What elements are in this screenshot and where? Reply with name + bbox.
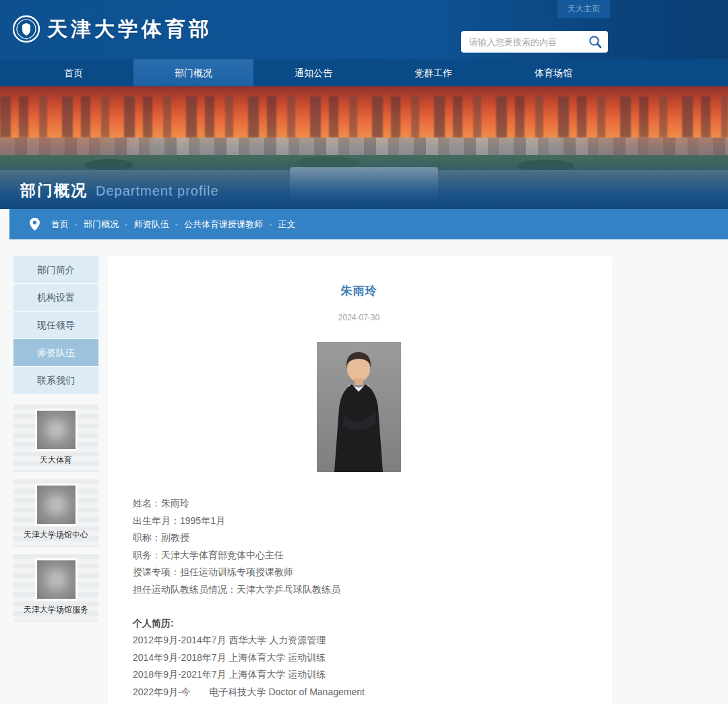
- sidebar-menu: 部门简介 机构设置 现任领导 师资队伍 联系我们: [13, 256, 98, 394]
- crumb-separator: -: [75, 219, 78, 229]
- tju-homepage-link[interactable]: 天大主页: [557, 0, 610, 18]
- sidebar-item-department-intro[interactable]: 部门简介: [13, 256, 98, 284]
- qr-code-image: [37, 486, 75, 524]
- info-line-title: 职称：副教授: [133, 529, 585, 547]
- sidebar-item-organization[interactable]: 机构设置: [13, 284, 98, 312]
- teacher-portrait-photo: [317, 342, 401, 472]
- main-nav: 首页 部门概况 通知公告 党群工作 体育场馆: [0, 59, 728, 86]
- qr-code-image: [37, 411, 75, 449]
- info-line-coaching: 担任运动队教练员情况：天津大学乒乓球队教练员: [133, 581, 585, 599]
- banner-title-en: Department profile: [96, 183, 219, 199]
- sidebar: 部门简介 机构设置 现任领导 师资队伍 联系我们 天大体育 天津大学场馆中心 天…: [13, 256, 98, 622]
- sidebar-qr-list: 天大体育 天津大学场馆中心 天津大学场馆服务: [13, 405, 98, 622]
- resume-line: 2018年9月-2021年7月 上海体育大学 运动训练: [133, 666, 585, 684]
- qr-caption: 天大体育: [13, 454, 98, 466]
- resume-heading: 个人简历:: [133, 614, 585, 632]
- site-header: 天大主页 天津大学体育部: [0, 0, 728, 59]
- nav-item-sports-venues[interactable]: 体育场馆: [493, 59, 613, 86]
- qr-card-tju-sports[interactable]: 天大体育: [13, 405, 98, 472]
- search-icon[interactable]: [588, 34, 603, 49]
- crumb-department-overview[interactable]: 部门概况: [84, 218, 119, 231]
- hero-banner: 部门概况 Department profile: [0, 86, 728, 209]
- breadcrumb: 首页 - 部门概况 - 师资队伍 - 公共体育课授课教师 - 正文: [9, 209, 728, 239]
- qr-code-image: [37, 560, 75, 599]
- qr-card-venue-center[interactable]: 天津大学场馆中心: [13, 479, 98, 547]
- crumb-separator: -: [175, 219, 178, 229]
- content-area: 部门简介 机构设置 现任领导 师资队伍 联系我们 天大体育 天津大学场馆中心 天…: [0, 239, 728, 704]
- resume-line: 2023年3月-今 天津大学体育部任教: [133, 701, 585, 704]
- crumb-separator: -: [269, 219, 272, 229]
- site-logo[interactable]: 天津大学体育部: [12, 15, 212, 43]
- banner-title-cn: 部门概况: [20, 180, 88, 201]
- sidebar-item-current-leaders[interactable]: 现任领导: [13, 312, 98, 339]
- search-input[interactable]: [469, 37, 588, 47]
- location-pin-icon: [30, 218, 40, 231]
- info-line-birth: 出生年月：1995年1月: [133, 512, 585, 530]
- sidebar-item-contact-us[interactable]: 联系我们: [13, 367, 98, 394]
- search-box: [461, 31, 608, 53]
- resume-line: 2022年9月-今 电子科技大学 Doctor of Management: [133, 684, 585, 701]
- qr-card-venue-service[interactable]: 天津大学场馆服务: [13, 554, 98, 622]
- crumb-current-article: 正文: [278, 218, 295, 231]
- resume-line: 2012年9月-2014年7月 西华大学 人力资源管理: [133, 632, 585, 649]
- site-title: 天津大学体育部: [47, 16, 212, 43]
- crumb-home[interactable]: 首页: [51, 218, 69, 231]
- nav-item-home[interactable]: 首页: [13, 59, 133, 86]
- teacher-info-block: 姓名：朱雨玲 出生年月：1995年1月 职称：副教授 职务：天津大学体育部竞体中…: [133, 495, 585, 598]
- article-title: 朱雨玲: [133, 283, 585, 299]
- nav-item-notices[interactable]: 通知公告: [253, 59, 373, 86]
- crumb-faculty[interactable]: 师资队伍: [134, 218, 169, 231]
- info-line-name: 姓名：朱雨玲: [133, 495, 585, 512]
- article-date: 2024-07-30: [133, 313, 585, 322]
- crumb-pe-teachers[interactable]: 公共体育课授课教师: [184, 218, 263, 231]
- banner-caption: 部门概况 Department profile: [20, 180, 219, 201]
- nav-item-party-work[interactable]: 党群工作: [373, 59, 493, 86]
- qr-caption: 天津大学场馆中心: [13, 529, 98, 541]
- info-line-position: 职务：天津大学体育部竞体中心主任: [133, 547, 585, 564]
- info-line-teaching: 授课专项：担任运动训练专项授课教师: [133, 564, 585, 581]
- article-panel: 朱雨玲 2024-07-30 姓名：朱雨玲 出生年月：1995年1月 职称：副教…: [108, 256, 612, 704]
- sidebar-item-faculty[interactable]: 师资队伍: [13, 339, 98, 367]
- qr-caption: 天津大学场馆服务: [13, 604, 98, 616]
- resume-line: 2014年9月-2018年7月 上海体育大学 运动训练: [133, 649, 585, 667]
- university-seal-icon: [12, 15, 40, 43]
- crumb-separator: -: [125, 219, 127, 229]
- nav-item-department-overview[interactable]: 部门概况: [133, 59, 253, 86]
